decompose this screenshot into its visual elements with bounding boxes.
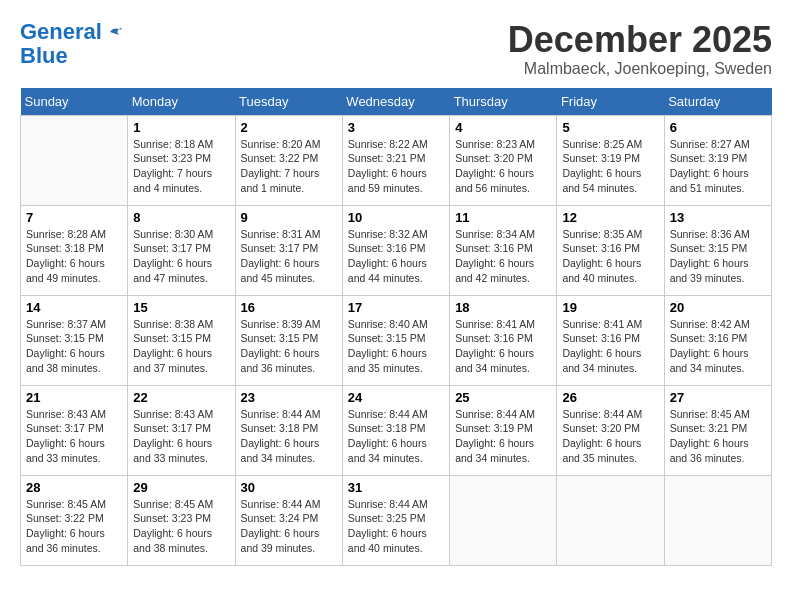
- calendar-cell: 17Sunrise: 8:40 AM Sunset: 3:15 PM Dayli…: [342, 295, 449, 385]
- day-number: 16: [241, 300, 337, 315]
- calendar-cell: 14Sunrise: 8:37 AM Sunset: 3:15 PM Dayli…: [21, 295, 128, 385]
- calendar-cell: 10Sunrise: 8:32 AM Sunset: 3:16 PM Dayli…: [342, 205, 449, 295]
- calendar-cell: 23Sunrise: 8:44 AM Sunset: 3:18 PM Dayli…: [235, 385, 342, 475]
- calendar-cell: 28Sunrise: 8:45 AM Sunset: 3:22 PM Dayli…: [21, 475, 128, 565]
- day-number: 26: [562, 390, 658, 405]
- day-number: 31: [348, 480, 444, 495]
- location-title: Malmbaeck, Joenkoeping, Sweden: [508, 60, 772, 78]
- day-info: Sunrise: 8:25 AM Sunset: 3:19 PM Dayligh…: [562, 137, 658, 196]
- day-number: 15: [133, 300, 229, 315]
- calendar-cell: 25Sunrise: 8:44 AM Sunset: 3:19 PM Dayli…: [450, 385, 557, 475]
- day-info: Sunrise: 8:40 AM Sunset: 3:15 PM Dayligh…: [348, 317, 444, 376]
- day-info: Sunrise: 8:23 AM Sunset: 3:20 PM Dayligh…: [455, 137, 551, 196]
- day-info: Sunrise: 8:28 AM Sunset: 3:18 PM Dayligh…: [26, 227, 122, 286]
- logo-blue: Blue: [20, 44, 122, 68]
- day-info: Sunrise: 8:44 AM Sunset: 3:18 PM Dayligh…: [348, 407, 444, 466]
- page-header: General Blue December 2025 Malmbaeck, Jo…: [20, 20, 772, 78]
- calendar-cell: 11Sunrise: 8:34 AM Sunset: 3:16 PM Dayli…: [450, 205, 557, 295]
- day-number: 19: [562, 300, 658, 315]
- day-info: Sunrise: 8:42 AM Sunset: 3:16 PM Dayligh…: [670, 317, 766, 376]
- logo-blue-text: Blue: [20, 43, 68, 68]
- calendar-cell: 4Sunrise: 8:23 AM Sunset: 3:20 PM Daylig…: [450, 115, 557, 205]
- day-info: Sunrise: 8:45 AM Sunset: 3:21 PM Dayligh…: [670, 407, 766, 466]
- calendar-header-row: SundayMondayTuesdayWednesdayThursdayFrid…: [21, 88, 772, 116]
- day-info: Sunrise: 8:30 AM Sunset: 3:17 PM Dayligh…: [133, 227, 229, 286]
- calendar-cell: 18Sunrise: 8:41 AM Sunset: 3:16 PM Dayli…: [450, 295, 557, 385]
- day-info: Sunrise: 8:37 AM Sunset: 3:15 PM Dayligh…: [26, 317, 122, 376]
- calendar-week-4: 21Sunrise: 8:43 AM Sunset: 3:17 PM Dayli…: [21, 385, 772, 475]
- calendar-cell: 7Sunrise: 8:28 AM Sunset: 3:18 PM Daylig…: [21, 205, 128, 295]
- calendar-cell: [664, 475, 771, 565]
- header-saturday: Saturday: [664, 88, 771, 116]
- day-info: Sunrise: 8:45 AM Sunset: 3:23 PM Dayligh…: [133, 497, 229, 556]
- day-info: Sunrise: 8:44 AM Sunset: 3:25 PM Dayligh…: [348, 497, 444, 556]
- day-info: Sunrise: 8:41 AM Sunset: 3:16 PM Dayligh…: [562, 317, 658, 376]
- header-wednesday: Wednesday: [342, 88, 449, 116]
- day-number: 14: [26, 300, 122, 315]
- day-info: Sunrise: 8:32 AM Sunset: 3:16 PM Dayligh…: [348, 227, 444, 286]
- calendar-cell: 29Sunrise: 8:45 AM Sunset: 3:23 PM Dayli…: [128, 475, 235, 565]
- day-info: Sunrise: 8:38 AM Sunset: 3:15 PM Dayligh…: [133, 317, 229, 376]
- day-info: Sunrise: 8:27 AM Sunset: 3:19 PM Dayligh…: [670, 137, 766, 196]
- day-number: 24: [348, 390, 444, 405]
- logo-bird-icon: [104, 23, 122, 41]
- calendar-cell: 26Sunrise: 8:44 AM Sunset: 3:20 PM Dayli…: [557, 385, 664, 475]
- calendar-cell: 13Sunrise: 8:36 AM Sunset: 3:15 PM Dayli…: [664, 205, 771, 295]
- logo: General Blue: [20, 20, 122, 68]
- day-number: 4: [455, 120, 551, 135]
- day-info: Sunrise: 8:44 AM Sunset: 3:20 PM Dayligh…: [562, 407, 658, 466]
- calendar-cell: 9Sunrise: 8:31 AM Sunset: 3:17 PM Daylig…: [235, 205, 342, 295]
- header-tuesday: Tuesday: [235, 88, 342, 116]
- day-number: 3: [348, 120, 444, 135]
- logo-text: General: [20, 20, 102, 44]
- calendar-cell: 22Sunrise: 8:43 AM Sunset: 3:17 PM Dayli…: [128, 385, 235, 475]
- day-info: Sunrise: 8:36 AM Sunset: 3:15 PM Dayligh…: [670, 227, 766, 286]
- day-number: 29: [133, 480, 229, 495]
- day-number: 20: [670, 300, 766, 315]
- day-number: 22: [133, 390, 229, 405]
- day-info: Sunrise: 8:41 AM Sunset: 3:16 PM Dayligh…: [455, 317, 551, 376]
- day-number: 5: [562, 120, 658, 135]
- title-block: December 2025 Malmbaeck, Joenkoeping, Sw…: [508, 20, 772, 78]
- calendar-cell: 27Sunrise: 8:45 AM Sunset: 3:21 PM Dayli…: [664, 385, 771, 475]
- calendar-week-3: 14Sunrise: 8:37 AM Sunset: 3:15 PM Dayli…: [21, 295, 772, 385]
- calendar-table: SundayMondayTuesdayWednesdayThursdayFrid…: [20, 88, 772, 566]
- day-number: 23: [241, 390, 337, 405]
- header-sunday: Sunday: [21, 88, 128, 116]
- day-info: Sunrise: 8:44 AM Sunset: 3:24 PM Dayligh…: [241, 497, 337, 556]
- calendar-cell: 31Sunrise: 8:44 AM Sunset: 3:25 PM Dayli…: [342, 475, 449, 565]
- day-info: Sunrise: 8:43 AM Sunset: 3:17 PM Dayligh…: [26, 407, 122, 466]
- day-info: Sunrise: 8:35 AM Sunset: 3:16 PM Dayligh…: [562, 227, 658, 286]
- month-title: December 2025: [508, 20, 772, 60]
- calendar-week-2: 7Sunrise: 8:28 AM Sunset: 3:18 PM Daylig…: [21, 205, 772, 295]
- day-number: 11: [455, 210, 551, 225]
- day-number: 10: [348, 210, 444, 225]
- calendar-cell: 30Sunrise: 8:44 AM Sunset: 3:24 PM Dayli…: [235, 475, 342, 565]
- day-number: 6: [670, 120, 766, 135]
- day-number: 30: [241, 480, 337, 495]
- header-thursday: Thursday: [450, 88, 557, 116]
- calendar-cell: [21, 115, 128, 205]
- day-info: Sunrise: 8:34 AM Sunset: 3:16 PM Dayligh…: [455, 227, 551, 286]
- header-monday: Monday: [128, 88, 235, 116]
- day-number: 7: [26, 210, 122, 225]
- day-number: 17: [348, 300, 444, 315]
- calendar-cell: [557, 475, 664, 565]
- day-number: 8: [133, 210, 229, 225]
- day-info: Sunrise: 8:20 AM Sunset: 3:22 PM Dayligh…: [241, 137, 337, 196]
- day-info: Sunrise: 8:18 AM Sunset: 3:23 PM Dayligh…: [133, 137, 229, 196]
- day-number: 21: [26, 390, 122, 405]
- day-info: Sunrise: 8:44 AM Sunset: 3:18 PM Dayligh…: [241, 407, 337, 466]
- day-info: Sunrise: 8:22 AM Sunset: 3:21 PM Dayligh…: [348, 137, 444, 196]
- logo-general: General: [20, 19, 102, 44]
- calendar-cell: 21Sunrise: 8:43 AM Sunset: 3:17 PM Dayli…: [21, 385, 128, 475]
- calendar-cell: 16Sunrise: 8:39 AM Sunset: 3:15 PM Dayli…: [235, 295, 342, 385]
- day-info: Sunrise: 8:39 AM Sunset: 3:15 PM Dayligh…: [241, 317, 337, 376]
- calendar-cell: 24Sunrise: 8:44 AM Sunset: 3:18 PM Dayli…: [342, 385, 449, 475]
- calendar-cell: 15Sunrise: 8:38 AM Sunset: 3:15 PM Dayli…: [128, 295, 235, 385]
- day-number: 1: [133, 120, 229, 135]
- calendar-cell: 6Sunrise: 8:27 AM Sunset: 3:19 PM Daylig…: [664, 115, 771, 205]
- header-friday: Friday: [557, 88, 664, 116]
- day-info: Sunrise: 8:45 AM Sunset: 3:22 PM Dayligh…: [26, 497, 122, 556]
- calendar-cell: 3Sunrise: 8:22 AM Sunset: 3:21 PM Daylig…: [342, 115, 449, 205]
